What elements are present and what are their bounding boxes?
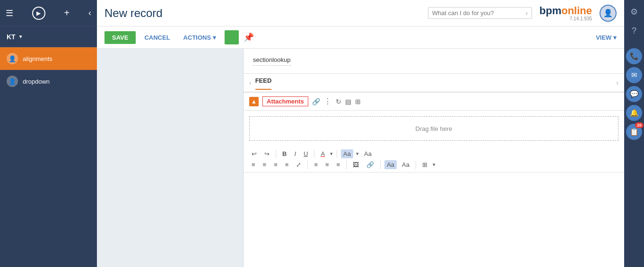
feed-right-arrow-icon[interactable]: › [616, 79, 618, 86]
sidebar-item-alignments[interactable]: 👤 alignments [0, 47, 97, 70]
hamburger-icon[interactable]: ☰ [6, 8, 13, 18]
font-size-small-button[interactable]: Aa [362, 149, 374, 158]
kt-label: KT [7, 33, 16, 41]
rte-row-1: ↩ ↪ B I U A ▾ Aa ▾ Aa [249, 149, 618, 158]
left-panel [97, 49, 244, 267]
actions-label: ACTIONS [183, 34, 211, 41]
phone-button[interactable]: 📞 [626, 48, 642, 64]
sectionlookup-value[interactable]: sectionlookup [253, 56, 291, 66]
align-left-button[interactable]: ≡ [312, 160, 320, 169]
link-icon[interactable]: 🔗 [312, 98, 320, 105]
search-box[interactable]: › [428, 7, 532, 19]
save-button[interactable]: SAVE [104, 31, 136, 44]
feed-tab-bar: ‹ FEED › [244, 74, 624, 93]
fullscreen-button[interactable]: ⤢ [294, 160, 304, 169]
italic-button[interactable]: I [292, 149, 298, 158]
drop-label: Drag file here [415, 125, 452, 132]
avatar[interactable]: 👤 [600, 5, 617, 22]
image-button[interactable]: 🖼 [350, 160, 361, 169]
table-button[interactable]: ⊞ [420, 160, 430, 169]
font-size-arrow-icon[interactable]: ▾ [356, 151, 359, 157]
rte-separator-4 [307, 161, 308, 169]
pin-icon[interactable]: 📌 [244, 32, 254, 43]
font-color-arrow-icon[interactable]: ▾ [330, 151, 333, 157]
drop-zone[interactable]: Drag file here [249, 116, 618, 141]
search-arrow-icon[interactable]: › [526, 10, 528, 17]
format-button-a[interactable]: Aa [400, 160, 412, 169]
indent-dec-button[interactable]: ≡ [271, 160, 280, 169]
table-arrow-icon[interactable]: ▾ [433, 162, 435, 168]
top-right-area: › bpmonline 7.14.1.935 👤 [428, 5, 617, 22]
attach-toggle-button[interactable]: ▲ [249, 97, 259, 106]
actions-button[interactable]: ACTIONS ▾ [179, 31, 221, 44]
more-options-icon[interactable]: ⋮ [324, 97, 332, 106]
view-button[interactable]: VIEW ▾ [596, 34, 617, 41]
alignments-label: alignments [23, 55, 52, 62]
notification-badge: 20 [635, 122, 644, 128]
color-square-button[interactable] [225, 30, 239, 44]
cancel-button[interactable]: CANCEL [139, 31, 174, 44]
search-input[interactable] [432, 9, 526, 17]
undo-button[interactable]: ↩ [249, 149, 259, 158]
feed-left-arrow-icon[interactable]: ‹ [249, 79, 252, 86]
rte-content[interactable] [244, 172, 624, 210]
rte-row-2: ≡ ≡ ≡ ≡ ⤢ ≡ ≡ ≡ 🖼 🔗 Aa Aa ⊞ [249, 160, 618, 169]
rte-toolbar: ↩ ↪ B I U A ▾ Aa ▾ Aa ≡ ≡ ≡ [244, 146, 624, 172]
content-area: sectionlookup ‹ FEED › ▲ Attachments 🔗 ⋮… [97, 49, 624, 267]
link-button[interactable]: 🔗 [364, 160, 376, 169]
actions-chevron-icon: ▾ [213, 34, 216, 41]
numbered-list-button[interactable]: ≡ [249, 160, 258, 169]
format-button-aa[interactable]: Aa [384, 160, 397, 169]
align-center-button[interactable]: ≡ [323, 160, 331, 169]
rte-separator-5 [346, 161, 347, 169]
refresh-icon[interactable]: ↻ [336, 98, 341, 105]
right-panel: sectionlookup ‹ FEED › ▲ Attachments 🔗 ⋮… [244, 49, 624, 267]
main-area: New record › bpmonline 7.14.1.935 👤 SAVE… [97, 0, 624, 267]
top-bar: New record › bpmonline 7.14.1.935 👤 [97, 0, 624, 26]
rte-separator-7 [416, 161, 416, 169]
close-icon[interactable]: ‹ [88, 8, 91, 18]
section-lookup-area: sectionlookup [244, 49, 624, 74]
underline-button[interactable]: U [301, 149, 310, 158]
dropdown-label: dropdown [23, 78, 50, 85]
sidebar-header: ☰ ▶ + ‹ [0, 0, 97, 26]
play-button[interactable]: ▶ [32, 7, 45, 20]
sidebar: ☰ ▶ + ‹ KT ▼ 👤 alignments 👤 dropdown [0, 0, 97, 267]
tasks-button[interactable]: 📋 20 [626, 124, 642, 140]
page-title: New record [104, 7, 163, 20]
gear-button[interactable]: ⚙ [626, 4, 642, 20]
font-size-large-button[interactable]: Aa [341, 149, 353, 158]
font-color-button[interactable]: A [318, 149, 327, 158]
mail-button[interactable]: ✉ [626, 67, 642, 83]
rte-separator-1 [276, 150, 276, 158]
kt-selector[interactable]: KT ▼ [0, 26, 97, 47]
attachments-label[interactable]: Attachments [262, 96, 308, 106]
bold-button[interactable]: B [280, 149, 289, 158]
grid-view-icon[interactable]: ⊞ [355, 98, 361, 105]
align-right-button[interactable]: ≡ [334, 160, 343, 169]
bpm-logo: bpmonline [540, 5, 592, 17]
redo-button[interactable]: ↪ [262, 149, 272, 158]
kt-arrow-icon: ▼ [18, 34, 23, 39]
bell-button[interactable]: 🔔 [626, 105, 642, 121]
rte-separator-3 [337, 150, 337, 158]
help-button[interactable]: ? [626, 23, 642, 39]
sidebar-item-dropdown[interactable]: 👤 dropdown [0, 70, 97, 93]
attachments-bar: ▲ Attachments 🔗 ⋮ ↻ ▤ ⊞ [244, 93, 624, 111]
rte-separator-2 [314, 150, 314, 158]
list-view-icon[interactable]: ▤ [345, 98, 351, 105]
logo-area: bpmonline 7.14.1.935 [540, 5, 592, 21]
add-icon[interactable]: + [64, 8, 70, 18]
rte-separator-6 [380, 161, 381, 169]
right-bar: ⚙ ? 📞 ✉ 💬 🔔 📋 20 [624, 0, 644, 267]
dropdown-icon: 👤 [7, 76, 18, 87]
indent-inc-button[interactable]: ≡ [283, 160, 291, 169]
toolbar: SAVE CANCEL ACTIONS ▾ 📌 VIEW ▾ [97, 26, 624, 49]
feed-tab[interactable]: FEED [255, 77, 272, 90]
bullet-list-button[interactable]: ≡ [261, 160, 269, 169]
chat-button[interactable]: 💬 [626, 86, 642, 102]
alignments-icon: 👤 [7, 53, 18, 64]
